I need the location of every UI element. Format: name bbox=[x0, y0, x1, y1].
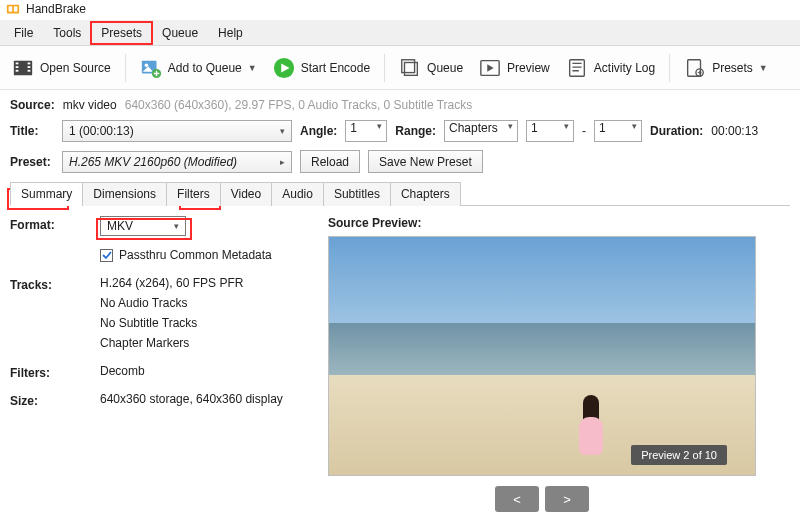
tracks-audio: No Audio Tracks bbox=[100, 296, 310, 310]
size-label: Size: bbox=[10, 392, 100, 412]
menu-file[interactable]: File bbox=[4, 22, 43, 44]
chevron-down-icon: ▾ bbox=[377, 121, 382, 141]
chevron-down-icon: ▼ bbox=[248, 63, 257, 73]
tab-dimensions[interactable]: Dimensions bbox=[82, 182, 167, 206]
menu-tools[interactable]: Tools bbox=[43, 22, 91, 44]
svg-rect-1 bbox=[9, 6, 13, 11]
menu-presets[interactable]: Presets bbox=[91, 22, 152, 44]
start-encode-label: Start Encode bbox=[301, 61, 370, 75]
source-preview-image: Preview 2 of 10 bbox=[328, 236, 756, 476]
preview-person-graphic bbox=[571, 395, 611, 457]
preset-select[interactable]: H.265 MKV 2160p60 (Modified) ▸ bbox=[62, 151, 292, 173]
save-new-preset-button[interactable]: Save New Preset bbox=[368, 150, 483, 173]
chevron-right-icon: ▸ bbox=[280, 157, 285, 167]
chevron-down-icon: ▼ bbox=[759, 63, 768, 73]
chevron-down-icon: ▾ bbox=[280, 126, 285, 136]
svg-rect-17 bbox=[569, 59, 584, 76]
presets-label: Presets bbox=[712, 61, 753, 75]
title-row: Title: 1 (00:00:13) ▾ Angle: 1▾ Range: C… bbox=[10, 120, 790, 142]
svg-rect-7 bbox=[28, 62, 31, 64]
range-from-select[interactable]: 1▾ bbox=[526, 120, 574, 142]
window-title: HandBrake bbox=[0, 0, 800, 20]
add-to-queue-button[interactable]: Add to Queue ▼ bbox=[134, 55, 263, 81]
open-source-button[interactable]: Open Source bbox=[6, 55, 117, 81]
format-label: Format: bbox=[10, 216, 100, 268]
range-to-select[interactable]: 1▾ bbox=[594, 120, 642, 142]
toolbar-separator bbox=[125, 54, 126, 82]
source-preview-label: Source Preview: bbox=[328, 216, 790, 230]
menu-help[interactable]: Help bbox=[208, 22, 253, 44]
svg-rect-5 bbox=[16, 66, 19, 68]
toolbar: Open Source Add to Queue ▼ Start Encode … bbox=[0, 46, 800, 90]
tab-audio[interactable]: Audio bbox=[271, 182, 324, 206]
preset-row: Preset: H.265 MKV 2160p60 (Modified) ▸ R… bbox=[10, 150, 790, 173]
title-select[interactable]: 1 (00:00:13) ▾ bbox=[62, 120, 292, 142]
checkbox-checked-icon bbox=[100, 249, 113, 262]
toolbar-separator bbox=[669, 54, 670, 82]
tab-summary[interactable]: Summary bbox=[10, 182, 83, 206]
preview-prev-button[interactable]: < bbox=[495, 486, 539, 512]
tab-chapters[interactable]: Chapters bbox=[390, 182, 461, 206]
tab-video[interactable]: Video bbox=[220, 182, 272, 206]
queue-icon bbox=[399, 57, 421, 79]
svg-rect-6 bbox=[16, 69, 19, 71]
menubar: File Tools Presets Queue Help bbox=[0, 20, 800, 46]
svg-rect-4 bbox=[16, 62, 19, 64]
range-dash: - bbox=[582, 124, 586, 138]
passthru-label: Passthru Common Metadata bbox=[119, 248, 272, 262]
app-title: HandBrake bbox=[26, 2, 86, 16]
tab-subtitles[interactable]: Subtitles bbox=[323, 182, 391, 206]
queue-button[interactable]: Queue bbox=[393, 55, 469, 81]
start-encode-button[interactable]: Start Encode bbox=[267, 55, 376, 81]
preview-nav: < > bbox=[328, 486, 756, 512]
tab-filters[interactable]: Filters bbox=[166, 182, 221, 206]
tracks-subs: No Subtitle Tracks bbox=[100, 316, 310, 330]
preview-button[interactable]: Preview bbox=[473, 55, 556, 81]
filters-value: Decomb bbox=[100, 364, 310, 378]
source-label: Source: bbox=[10, 98, 55, 112]
svg-rect-8 bbox=[28, 66, 31, 68]
tracks-video: H.264 (x264), 60 FPS PFR bbox=[100, 276, 310, 290]
range-type-select[interactable]: Chapters▾ bbox=[444, 120, 518, 142]
presets-icon bbox=[684, 57, 706, 79]
chevron-down-icon: ▾ bbox=[174, 221, 179, 231]
format-select[interactable]: MKV ▾ bbox=[100, 216, 186, 236]
activity-log-button[interactable]: Activity Log bbox=[560, 55, 661, 81]
tracks-chapters: Chapter Markers bbox=[100, 336, 310, 350]
open-source-label: Open Source bbox=[40, 61, 111, 75]
add-to-queue-label: Add to Queue bbox=[168, 61, 242, 75]
svg-rect-2 bbox=[14, 6, 18, 11]
preview-tooltip: Preview 2 of 10 bbox=[631, 445, 727, 465]
passthru-checkbox[interactable]: Passthru Common Metadata bbox=[100, 248, 272, 262]
angle-label: Angle: bbox=[300, 124, 337, 138]
app-logo-icon bbox=[6, 2, 20, 16]
queue-label: Queue bbox=[427, 61, 463, 75]
svg-point-11 bbox=[144, 63, 148, 67]
toolbar-separator bbox=[384, 54, 385, 82]
range-label: Range: bbox=[395, 124, 436, 138]
preview-label: Preview bbox=[507, 61, 550, 75]
chevron-down-icon: ▾ bbox=[632, 121, 637, 141]
svg-rect-18 bbox=[688, 59, 701, 76]
play-icon bbox=[273, 57, 295, 79]
size-value: 640x360 storage, 640x360 display bbox=[100, 392, 310, 406]
format-value: MKV bbox=[107, 219, 133, 233]
chevron-down-icon: ▾ bbox=[564, 121, 569, 141]
menu-queue[interactable]: Queue bbox=[152, 22, 208, 44]
preview-icon bbox=[479, 57, 501, 79]
preview-next-button[interactable]: > bbox=[545, 486, 589, 512]
source-row: Source: mkv video 640x360 (640x360), 29.… bbox=[10, 98, 790, 112]
activity-log-label: Activity Log bbox=[594, 61, 655, 75]
picture-plus-icon bbox=[140, 57, 162, 79]
tracks-label: Tracks: bbox=[10, 276, 100, 356]
preset-label: Preset: bbox=[10, 155, 54, 169]
summary-panel: Format: MKV ▾ Passthru Common Metadata T… bbox=[10, 206, 790, 512]
reload-button[interactable]: Reload bbox=[300, 150, 360, 173]
presets-button[interactable]: Presets ▼ bbox=[678, 55, 774, 81]
angle-select[interactable]: 1▾ bbox=[345, 120, 387, 142]
title-label: Title: bbox=[10, 124, 54, 138]
film-icon bbox=[12, 57, 34, 79]
source-name: mkv video bbox=[63, 98, 117, 112]
preset-value: H.265 MKV 2160p60 (Modified) bbox=[69, 155, 237, 169]
tabstrip: Summary Dimensions Filters Video Audio S… bbox=[10, 181, 790, 206]
